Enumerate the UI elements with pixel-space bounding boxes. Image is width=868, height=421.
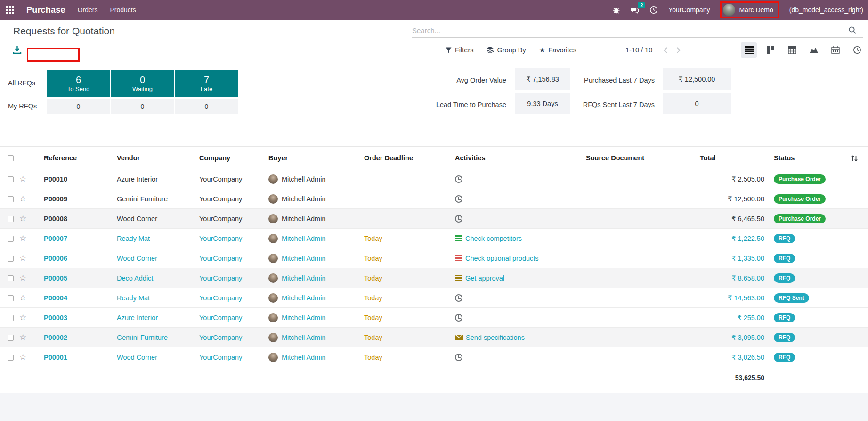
buyer-cell[interactable]: Mitchell Admin <box>256 169 351 189</box>
buyer-cell[interactable]: Mitchell Admin <box>256 189 351 209</box>
company-cell[interactable]: YourCompany <box>187 169 256 189</box>
activity-cell[interactable] <box>442 209 573 229</box>
pager-previous-button[interactable] <box>664 47 670 53</box>
table-row[interactable]: ☆P00006Wood CornerYourCompanyMitchell Ad… <box>0 248 868 268</box>
vendor-cell[interactable]: Azure Interior <box>104 308 187 328</box>
messages-icon[interactable]: 2 <box>631 6 639 14</box>
buyer-cell[interactable]: Mitchell Admin <box>256 268 351 288</box>
star-icon[interactable]: ☆ <box>19 254 26 263</box>
total-cell[interactable]: ₹ 8,658.00 <box>700 268 768 288</box>
clock-icon[interactable] <box>455 215 462 223</box>
reference-cell[interactable]: P00007 <box>31 229 104 248</box>
group-by-button[interactable]: Group By <box>487 46 526 54</box>
app-name[interactable]: Purchase <box>26 5 65 15</box>
star-icon[interactable]: ☆ <box>19 273 26 282</box>
deadline-cell[interactable]: Today <box>351 328 442 347</box>
clock-icon[interactable] <box>455 195 462 203</box>
total-cell[interactable]: ₹ 3,026.50 <box>700 347 768 367</box>
vendor-cell[interactable]: Wood Corner <box>104 209 187 229</box>
view-graph-icon[interactable] <box>806 42 822 58</box>
row-checkbox[interactable] <box>8 216 14 222</box>
header-reference[interactable]: Reference <box>31 147 104 169</box>
total-cell[interactable]: ₹ 14,563.00 <box>700 288 768 308</box>
reference-cell[interactable]: P00001 <box>31 347 104 367</box>
buyer-cell[interactable]: Mitchell Admin <box>256 288 351 308</box>
view-calendar-icon[interactable] <box>827 42 844 58</box>
source-document-cell[interactable] <box>573 229 700 248</box>
header-source-document[interactable]: Source Document <box>573 147 700 169</box>
table-row[interactable]: ☆P00004Ready MatYourCompanyMitchell Admi… <box>0 288 868 308</box>
favorites-button[interactable]: ★ Favorites <box>539 46 576 54</box>
activity-cell[interactable]: Check optional products <box>442 248 573 268</box>
activity-cell[interactable]: Send specifications <box>442 328 573 347</box>
star-icon[interactable]: ☆ <box>19 353 26 362</box>
clock-icon[interactable] <box>455 294 462 302</box>
activity-cell[interactable] <box>442 189 573 209</box>
star-icon[interactable]: ☆ <box>19 214 26 223</box>
row-checkbox[interactable] <box>8 295 14 301</box>
vendor-cell[interactable]: Deco Addict <box>104 268 187 288</box>
company-cell[interactable]: YourCompany <box>187 189 256 209</box>
kpi-waiting[interactable]: 0 Waiting <box>111 70 174 97</box>
search-input[interactable] <box>412 24 863 37</box>
buyer-cell[interactable]: Mitchell Admin <box>256 328 351 347</box>
view-activity-icon[interactable] <box>849 42 865 58</box>
row-checkbox[interactable] <box>8 335 14 341</box>
reference-cell[interactable]: P00004 <box>31 288 104 308</box>
deadline-cell[interactable]: Today <box>351 347 442 367</box>
deadline-cell[interactable]: Today <box>351 248 442 268</box>
source-document-cell[interactable] <box>573 209 700 229</box>
activity-cell[interactable]: Check competitors <box>442 229 573 248</box>
envelope-icon[interactable] <box>455 335 463 340</box>
vendor-cell[interactable]: Gemini Furniture <box>104 189 187 209</box>
company-cell[interactable]: YourCompany <box>187 347 256 367</box>
source-document-cell[interactable] <box>573 308 700 328</box>
deadline-cell[interactable]: Today <box>351 308 442 328</box>
pager-next-button[interactable] <box>674 47 681 53</box>
menu-products[interactable]: Products <box>110 6 136 14</box>
table-row[interactable]: ☆P00002Gemini FurnitureYourCompanyMitche… <box>0 328 868 347</box>
deadline-cell[interactable]: Today <box>351 268 442 288</box>
header-vendor[interactable]: Vendor <box>104 147 187 169</box>
activity-clock-icon[interactable] <box>649 6 658 14</box>
reference-cell[interactable]: P00008 <box>31 209 104 229</box>
table-row[interactable]: ☆P00003Azure InteriorYourCompanyMitchell… <box>0 308 868 328</box>
vendor-cell[interactable]: Ready Mat <box>104 288 187 308</box>
vendor-cell[interactable]: Wood Corner <box>104 347 187 367</box>
table-row[interactable]: ☆P00008Wood CornerYourCompanyMitchell Ad… <box>0 209 868 229</box>
source-document-cell[interactable] <box>573 169 700 189</box>
source-document-cell[interactable] <box>573 189 700 209</box>
total-cell[interactable]: ₹ 1,222.50 <box>700 229 768 248</box>
reference-cell[interactable]: P00006 <box>31 248 104 268</box>
kpi-to-send[interactable]: 6 To Send <box>47 70 110 97</box>
total-cell[interactable]: ₹ 255.00 <box>700 308 768 328</box>
total-cell[interactable]: ₹ 3,095.00 <box>700 328 768 347</box>
kpi-my-waiting[interactable]: 0 <box>111 99 174 114</box>
kpi-my-to-send[interactable]: 0 <box>47 99 110 114</box>
header-buyer[interactable]: Buyer <box>256 147 351 169</box>
vendor-cell[interactable]: Wood Corner <box>104 248 187 268</box>
star-icon[interactable]: ☆ <box>19 194 26 203</box>
activity-cell[interactable] <box>442 347 573 367</box>
company-cell[interactable]: YourCompany <box>187 288 256 308</box>
clock-icon[interactable] <box>455 354 462 361</box>
company-cell[interactable]: YourCompany <box>187 229 256 248</box>
company-cell[interactable]: YourCompany <box>187 209 256 229</box>
header-total[interactable]: Total <box>700 147 768 169</box>
header-activities[interactable]: Activities <box>442 147 573 169</box>
clock-icon[interactable] <box>455 314 462 322</box>
company-cell[interactable]: YourCompany <box>187 328 256 347</box>
table-row[interactable]: ☆P00005Deco AddictYourCompanyMitchell Ad… <box>0 268 868 288</box>
activity-cell[interactable] <box>442 288 573 308</box>
table-row[interactable]: ☆P00010Azure InteriorYourCompanyMitchell… <box>0 169 868 189</box>
reference-cell[interactable]: P00009 <box>31 189 104 209</box>
source-document-cell[interactable] <box>573 288 700 308</box>
tasks-icon[interactable] <box>455 235 462 241</box>
deadline-cell[interactable]: Today <box>351 288 442 308</box>
activity-cell[interactable] <box>442 308 573 328</box>
total-cell[interactable]: ₹ 1,335.00 <box>700 248 768 268</box>
row-checkbox[interactable] <box>8 315 14 321</box>
source-document-cell[interactable] <box>573 248 700 268</box>
row-checkbox[interactable] <box>8 176 14 182</box>
source-document-cell[interactable] <box>573 268 700 288</box>
